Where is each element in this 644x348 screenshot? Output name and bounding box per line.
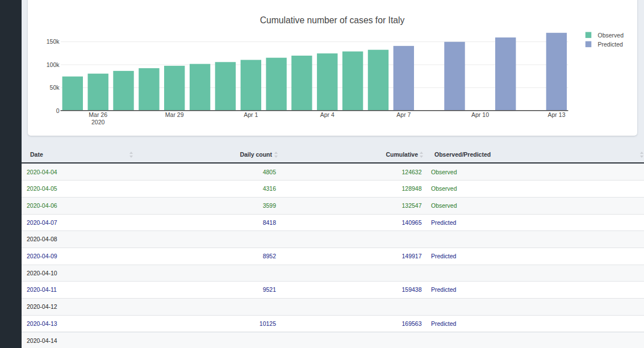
svg-text:Mar 29: Mar 29 — [165, 111, 184, 118]
svg-text:Apr 7: Apr 7 — [396, 111, 411, 118]
svg-text:Apr 13: Apr 13 — [548, 111, 566, 118]
svg-text:Observed: Observed — [598, 32, 624, 39]
svg-text:150k: 150k — [47, 38, 60, 45]
svg-text:Apr 10: Apr 10 — [471, 111, 489, 118]
svg-text:Cumulative number of cases for: Cumulative number of cases for Italy — [260, 15, 405, 25]
svg-text:Apr 1: Apr 1 — [244, 111, 258, 118]
svg-text:Mar 26: Mar 26 — [89, 111, 107, 118]
svg-text:50k: 50k — [50, 84, 60, 91]
svg-text:100k: 100k — [47, 61, 60, 68]
svg-text:0: 0 — [56, 107, 60, 114]
svg-text:2020: 2020 — [91, 119, 105, 125]
svg-text:Predicted: Predicted — [598, 41, 624, 48]
svg-text:Apr 4: Apr 4 — [320, 111, 334, 118]
